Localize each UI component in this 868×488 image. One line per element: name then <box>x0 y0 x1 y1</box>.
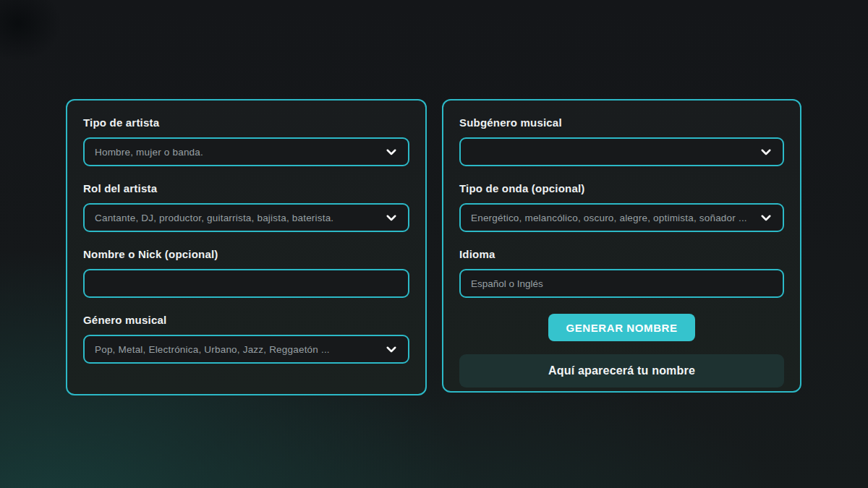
chevron-down-icon <box>754 145 773 158</box>
field-label-rol-del-artista: Rol del artista <box>83 182 409 195</box>
select-subgenero-musical[interactable] <box>459 137 784 166</box>
field-group-genero-musical: Género musical Pop, Metal, Electrónica, … <box>83 314 409 364</box>
page-background: { "theme": { "accent_cyan": "#35c3cd", "… <box>0 0 868 488</box>
chevron-down-icon <box>754 211 773 224</box>
chevron-down-icon <box>379 211 398 224</box>
field-label-subgenero-musical: Subgénero musical <box>459 116 784 129</box>
field-group-tipo-de-onda: Tipo de onda (opcional) Energético, mela… <box>459 182 784 232</box>
field-group-rol-del-artista: Rol del artista Cantante, DJ, productor,… <box>83 182 409 232</box>
select-rol-del-artista[interactable]: Cantante, DJ, productor, guitarrista, ba… <box>83 203 409 232</box>
chevron-down-icon <box>379 145 398 158</box>
field-group-tipo-de-artista: Tipo de artista Hombre, mujer o banda. <box>83 116 409 166</box>
field-label-nombre-nick: Nombre o Nick (opcional) <box>83 248 409 261</box>
field-label-genero-musical: Género musical <box>83 314 409 327</box>
field-label-tipo-de-artista: Tipo de artista <box>83 116 409 129</box>
chevron-down-icon <box>379 343 398 356</box>
idioma-input[interactable] <box>459 269 784 298</box>
field-label-idioma: Idioma <box>459 248 784 261</box>
nombre-nick-input[interactable] <box>83 269 409 298</box>
field-label-tipo-de-onda: Tipo de onda (opcional) <box>459 182 784 195</box>
select-placeholder-text: Cantante, DJ, productor, guitarrista, ba… <box>95 213 333 223</box>
generated-name-result-box: Aquí aparecerá tu nombre <box>459 354 784 388</box>
field-group-subgenero-musical: Subgénero musical <box>459 116 784 166</box>
field-group-nombre-nick: Nombre o Nick (opcional) <box>83 248 409 314</box>
select-placeholder-text: Pop, Metal, Electrónica, Urbano, Jazz, R… <box>95 344 330 355</box>
select-tipo-de-onda[interactable]: Energético, melancólico, oscuro, alegre,… <box>459 203 784 232</box>
select-tipo-de-artista[interactable]: Hombre, mujer o banda. <box>83 137 409 166</box>
select-genero-musical[interactable]: Pop, Metal, Electrónica, Urbano, Jazz, R… <box>83 335 409 364</box>
select-placeholder-text: Energético, melancólico, oscuro, alegre,… <box>471 213 747 223</box>
select-placeholder-text: Hombre, mujer o banda. <box>95 147 203 158</box>
artist-form-panel-left: Tipo de artista Hombre, mujer o banda. R… <box>66 99 427 395</box>
field-group-idioma: Idioma <box>459 248 784 314</box>
generate-name-button[interactable]: GENERAR NOMBRE <box>548 314 694 341</box>
artist-form-panel-right: Subgénero musical Tipo de onda (opcional… <box>442 99 801 393</box>
